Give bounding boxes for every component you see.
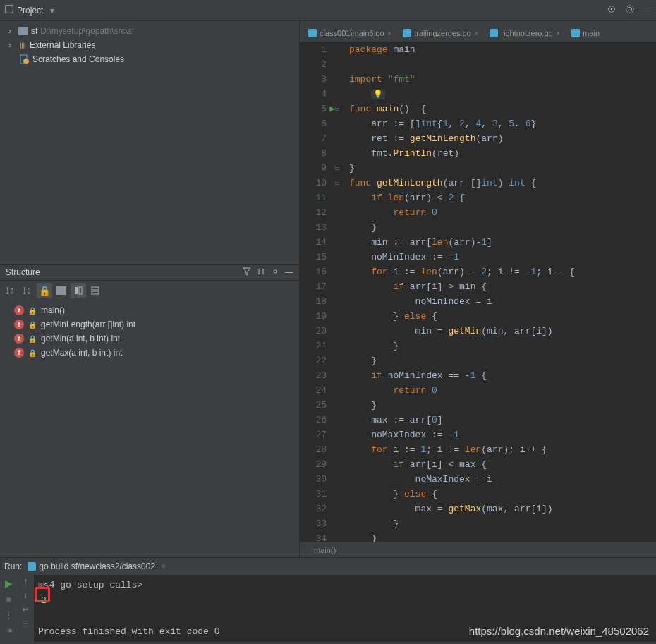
stop-button[interactable]: ■ bbox=[6, 595, 11, 604]
watermark: https://blog.csdn.net/weixin_48502062 bbox=[469, 625, 649, 637]
close-icon[interactable]: × bbox=[387, 29, 391, 37]
close-icon[interactable]: × bbox=[161, 561, 166, 571]
tab-class001[interactable]: class001\main6.go× bbox=[303, 25, 397, 42]
editor-tabs: class001\main6.go× trailingzeroes.go× ri… bbox=[300, 21, 656, 42]
lock-toggle[interactable]: 🔒 bbox=[37, 283, 52, 298]
collapse-icon[interactable]: — bbox=[643, 6, 652, 16]
folder-icon bbox=[18, 27, 28, 35]
view-mode-2[interactable] bbox=[87, 283, 103, 298]
code-editor[interactable]: 12345▶6789101112131415161718192021222324… bbox=[300, 42, 656, 542]
svg-rect-14 bbox=[92, 291, 99, 294]
setup-calls-text: <4 go setup calls> bbox=[44, 580, 142, 590]
more-icon[interactable]: ⋮ bbox=[4, 610, 13, 620]
fold-column: ⊟⊟⊟⊟ bbox=[332, 42, 342, 542]
chevron-right-icon[interactable]: › bbox=[8, 26, 16, 36]
go-file-icon bbox=[308, 29, 317, 37]
structure-list: f🔒main() f🔒getMinLength(arr []int) int f… bbox=[0, 300, 299, 363]
tab-rightnotzero[interactable]: rightnotzero.go× bbox=[484, 25, 566, 42]
sort-icon[interactable] bbox=[257, 267, 265, 278]
tab-main[interactable]: main bbox=[566, 25, 605, 42]
tree-scratches[interactable]: Scratches and Consoles bbox=[0, 52, 299, 66]
up-icon[interactable]: ↑ bbox=[23, 576, 28, 586]
run-button[interactable]: ▶ bbox=[5, 578, 13, 589]
main-split: › sf D:\mysetup\gopath\src\sf › ⫼ Extern… bbox=[0, 21, 656, 557]
structure-title: Structure bbox=[6, 267, 40, 277]
structure-item[interactable]: f🔒getMinLength(arr []int) int bbox=[0, 317, 299, 332]
lock-icon: 🔒 bbox=[28, 307, 37, 315]
layout-icon[interactable]: ⊟ bbox=[22, 619, 29, 628]
function-icon: f bbox=[14, 334, 24, 344]
run-label: Run: bbox=[4, 561, 22, 571]
structure-item[interactable]: f🔒getMax(a int, b int) int bbox=[0, 346, 299, 360]
tree-sf[interactable]: › sf D:\mysetup\gopath\src\sf bbox=[0, 24, 299, 38]
svg-rect-13 bbox=[92, 287, 99, 290]
project-tree: › sf D:\mysetup\gopath\src\sf › ⫼ Extern… bbox=[0, 21, 299, 69]
function-icon: f bbox=[14, 320, 24, 329]
output-line: 2 bbox=[38, 593, 652, 609]
go-file-icon bbox=[571, 29, 580, 37]
project-title: Project bbox=[17, 6, 43, 16]
exit-icon[interactable]: ⇥ bbox=[5, 626, 12, 636]
svg-rect-11 bbox=[75, 287, 78, 294]
project-top-bar: Project ▾ — bbox=[0, 0, 656, 21]
filter-icon[interactable] bbox=[243, 267, 251, 278]
chevron-right-icon[interactable]: › bbox=[8, 40, 16, 50]
editor-pane: class001\main6.go× trailingzeroes.go× ri… bbox=[300, 21, 656, 557]
code-content[interactable]: package mainimport "fmt" 💡func main() { … bbox=[342, 42, 656, 542]
view-mode-1[interactable] bbox=[71, 283, 86, 298]
sort-za-button[interactable]: za bbox=[20, 283, 35, 298]
svg-text:z: z bbox=[11, 291, 13, 295]
wrap-icon[interactable]: ↩ bbox=[22, 604, 29, 614]
run-config[interactable]: go build sf/newclass2/class002 × bbox=[28, 561, 166, 571]
folder-toggle[interactable] bbox=[54, 283, 69, 298]
go-file-icon bbox=[490, 29, 498, 37]
stamp-icon: ▣ bbox=[38, 580, 44, 590]
svg-point-6 bbox=[274, 270, 277, 273]
lock-icon: 🔒 bbox=[28, 335, 37, 343]
structure-item[interactable]: f🔒getMin(a int, b int) int bbox=[0, 332, 299, 346]
library-icon: ⫼ bbox=[18, 40, 27, 50]
minimize-icon[interactable]: — bbox=[285, 267, 293, 278]
left-pane: › sf D:\mysetup\gopath\src\sf › ⫼ Extern… bbox=[0, 21, 300, 557]
svg-point-3 bbox=[628, 7, 631, 11]
sort-az-button[interactable]: az bbox=[3, 283, 18, 298]
go-file-icon bbox=[28, 562, 36, 571]
breadcrumb[interactable]: main() bbox=[300, 542, 656, 557]
project-icon bbox=[4, 4, 14, 16]
close-icon[interactable]: × bbox=[474, 29, 478, 37]
function-icon: f bbox=[14, 305, 24, 315]
svg-text:a: a bbox=[28, 291, 30, 295]
run-header: Run: go build sf/newclass2/class002 × bbox=[0, 558, 656, 575]
function-icon: f bbox=[14, 348, 24, 358]
structure-toolbar: az za 🔒 bbox=[0, 281, 299, 300]
settings-icon[interactable] bbox=[625, 4, 635, 16]
svg-point-5 bbox=[23, 59, 29, 64]
structure-item[interactable]: f🔒main() bbox=[0, 303, 299, 317]
tab-trailingzeroes[interactable]: trailingzeroes.go× bbox=[397, 25, 484, 42]
structure-header: Structure — bbox=[0, 264, 299, 281]
scratch-icon bbox=[20, 54, 30, 64]
gutter: 12345▶6789101112131415161718192021222324… bbox=[300, 42, 332, 542]
target-icon[interactable] bbox=[607, 4, 616, 16]
lock-icon: 🔒 bbox=[28, 321, 37, 329]
run-nav: ↑ ↓ ↩ ⊟ bbox=[17, 575, 34, 642]
gear-icon[interactable] bbox=[271, 267, 279, 278]
svg-rect-0 bbox=[6, 6, 13, 13]
close-icon[interactable]: × bbox=[556, 29, 560, 37]
lock-icon: 🔒 bbox=[28, 349, 37, 357]
down-icon[interactable]: ↓ bbox=[23, 590, 28, 600]
expand-icon[interactable]: ▾ bbox=[50, 6, 54, 16]
run-toolbar: ▶ ■ ⋮ ⇥ bbox=[0, 575, 17, 642]
go-file-icon bbox=[403, 29, 411, 37]
svg-point-2 bbox=[611, 8, 613, 11]
tree-ext-lib[interactable]: › ⫼ External Libraries bbox=[0, 38, 299, 52]
svg-rect-12 bbox=[79, 287, 82, 294]
